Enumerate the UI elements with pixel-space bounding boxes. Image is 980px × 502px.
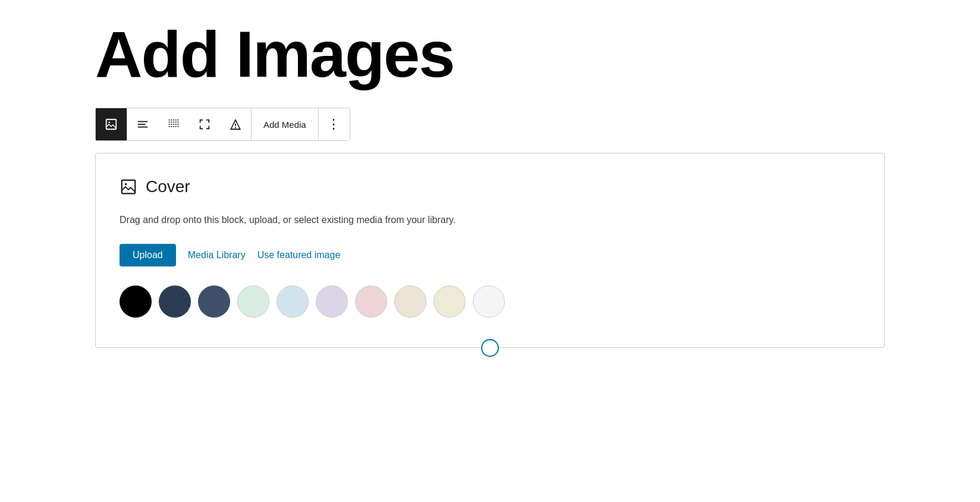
svg-rect-13 [175, 121, 177, 123]
color-swatch-dark-slate[interactable] [198, 285, 230, 318]
svg-rect-5 [169, 120, 170, 121]
svg-rect-7 [173, 120, 174, 121]
color-swatch-light-pink[interactable] [355, 285, 387, 318]
svg-rect-22 [173, 126, 174, 127]
svg-rect-23 [175, 126, 177, 127]
svg-rect-4 [138, 127, 148, 128]
color-swatches [120, 285, 860, 318]
color-swatch-light-tan[interactable] [394, 285, 426, 318]
svg-rect-25 [122, 180, 136, 194]
media-library-button[interactable]: Media Library [188, 250, 246, 261]
color-swatch-white[interactable] [473, 285, 505, 318]
toolbar-more-group: ⋮ [319, 108, 350, 140]
toolbar-media-group: Add Media [252, 108, 319, 140]
align-button[interactable] [127, 108, 158, 140]
svg-rect-11 [171, 121, 172, 123]
svg-rect-8 [175, 120, 177, 121]
svg-point-26 [125, 183, 127, 186]
svg-rect-16 [171, 124, 172, 125]
color-swatch-navy[interactable] [159, 285, 191, 318]
cover-header: Cover [120, 177, 860, 196]
more-options-button[interactable]: ⋮ [319, 108, 350, 140]
cover-block: Cover Drag and drop onto this block, upl… [95, 153, 885, 348]
color-swatch-light-cream[interactable] [434, 285, 466, 318]
upload-button[interactable]: Upload [120, 244, 176, 266]
cover-block-icon [120, 178, 137, 196]
svg-rect-15 [169, 124, 170, 125]
cover-description: Drag and drop onto this block, upload, o… [120, 213, 860, 227]
svg-rect-6 [171, 120, 172, 121]
svg-rect-24 [177, 126, 178, 127]
svg-rect-3 [138, 124, 146, 125]
color-swatch-black[interactable] [120, 285, 152, 318]
expand-button[interactable] [189, 108, 220, 140]
page-title: Add Images [95, 18, 454, 90]
svg-rect-12 [173, 121, 174, 123]
toolbar-icon-group [96, 108, 127, 140]
svg-rect-18 [175, 124, 177, 125]
color-swatch-light-green[interactable] [237, 285, 269, 318]
svg-rect-9 [177, 120, 178, 121]
svg-rect-0 [106, 120, 117, 130]
color-swatch-light-lavender[interactable] [316, 285, 348, 318]
svg-rect-21 [171, 126, 172, 127]
svg-rect-10 [169, 121, 170, 123]
svg-rect-17 [173, 124, 174, 125]
svg-point-1 [108, 121, 110, 123]
add-media-button[interactable]: Add Media [252, 108, 318, 140]
svg-rect-20 [169, 126, 170, 127]
svg-rect-14 [177, 121, 178, 123]
use-featured-image-button[interactable]: Use featured image [257, 250, 341, 261]
block-bottom-handle[interactable] [481, 339, 499, 357]
svg-rect-2 [138, 121, 148, 123]
cover-block-title: Cover [146, 177, 190, 196]
cover-actions: Upload Media Library Use featured image [120, 244, 860, 266]
block-toolbar: Add Media ⋮ [95, 108, 350, 141]
grid-button[interactable] [158, 108, 189, 140]
color-swatch-light-blue[interactable] [277, 285, 309, 318]
svg-rect-19 [177, 124, 178, 125]
cover-block-button[interactable] [96, 108, 127, 140]
toolbar-align-group [127, 108, 252, 140]
alert-button[interactable] [220, 108, 251, 140]
